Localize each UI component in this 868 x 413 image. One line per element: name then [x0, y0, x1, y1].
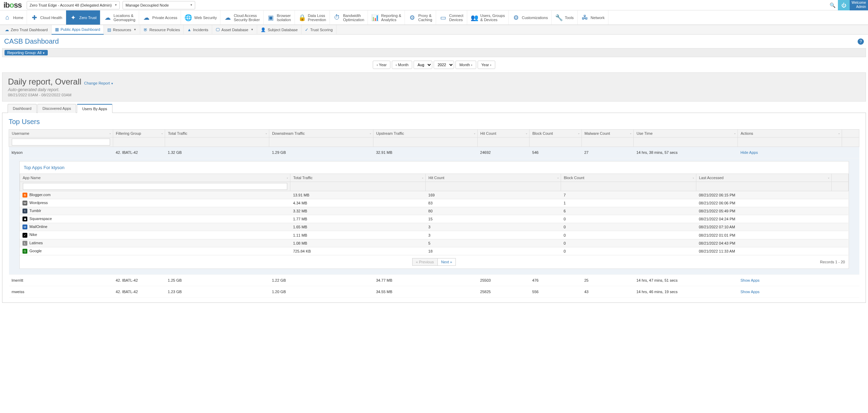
- account-dropdown[interactable]: Zero Trust Edge - Account 48 (Delegated …: [27, 1, 120, 9]
- users-col-spacer: [842, 130, 859, 138]
- sort-icon[interactable]: ⌄: [265, 132, 268, 135]
- mainnav-item[interactable]: ✦Zero Trust: [66, 10, 100, 25]
- prev-month-button[interactable]: ‹ Month: [392, 61, 412, 69]
- year-select[interactable]: 2022: [434, 61, 454, 69]
- mainnav-item[interactable]: 👥Users, Groups& Devices: [467, 10, 509, 25]
- mainnav-item[interactable]: 🔒Data LossPrevention: [295, 10, 330, 25]
- users-col-header[interactable]: Username⌄: [9, 130, 113, 138]
- mainnav-item[interactable]: ▭ConnectDevices: [436, 10, 467, 25]
- next-month-button[interactable]: Month ›: [455, 61, 476, 69]
- sort-icon[interactable]: ⌄: [578, 132, 580, 135]
- mainnav-item[interactable]: ⚙Customizations: [509, 10, 552, 25]
- change-report-link[interactable]: Change Report: [84, 81, 114, 85]
- users-col-header[interactable]: Block Count⌄: [530, 130, 581, 138]
- sort-icon[interactable]: ⌄: [161, 132, 163, 135]
- app-name: Latimes: [29, 241, 43, 245]
- sort-icon[interactable]: ⌄: [692, 176, 695, 179]
- sort-icon[interactable]: ⌄: [422, 176, 424, 179]
- next-page-button[interactable]: Next »: [438, 258, 456, 266]
- sort-icon[interactable]: ⌄: [630, 132, 632, 135]
- toggle-apps-link[interactable]: Show Apps: [740, 290, 759, 294]
- app-row: ✓Nike 1.11 MB 3 0 08/21/2022 01:01 PM: [20, 231, 848, 239]
- sort-icon[interactable]: ⌄: [838, 132, 840, 135]
- tab[interactable]: Users By Apps: [77, 104, 112, 113]
- app-tt: 3.32 MB: [290, 207, 426, 215]
- sort-icon[interactable]: ⌄: [109, 132, 111, 135]
- node-dropdown[interactable]: Manage Decoupled Node: [123, 1, 195, 9]
- users-col-header[interactable]: Filtering Group⌄: [113, 130, 165, 138]
- tab[interactable]: Dashboard: [8, 104, 37, 113]
- apps-col-header[interactable]: Total Traffic⌄: [290, 174, 426, 182]
- appname-filter-input[interactable]: [23, 183, 288, 190]
- subnav-item[interactable]: 👤Subject Database: [257, 25, 301, 35]
- prev-year-button[interactable]: ‹ Year: [373, 61, 390, 69]
- subnav-item[interactable]: ▲Incidents: [184, 25, 212, 35]
- subnav-item[interactable]: ▤Resources▼: [104, 25, 140, 35]
- subnav-item[interactable]: ☁Zero Trust Dashboard: [1, 25, 52, 35]
- mainnav-item[interactable]: ⚙Proxy &Caching: [405, 10, 436, 25]
- mainnav-item[interactable]: ☁Cloud AccessSecurity Broker: [220, 10, 263, 25]
- sort-icon[interactable]: ⌄: [473, 132, 476, 135]
- next-year-button[interactable]: Year ›: [478, 61, 495, 69]
- help-icon[interactable]: ?: [858, 38, 864, 45]
- nav-icon: ✚: [30, 14, 38, 21]
- app-name: Blogger.com: [29, 193, 51, 197]
- app-tt: 4.34 MB: [290, 199, 426, 207]
- toggle-apps-link[interactable]: Hide Apps: [740, 150, 758, 155]
- app-name: Tumblr: [29, 209, 41, 213]
- mainnav-item[interactable]: ☁Private Access: [139, 10, 181, 25]
- users-col-header[interactable]: Malware Count⌄: [581, 130, 633, 138]
- apps-col-header[interactable]: Block Count⌄: [561, 174, 696, 182]
- mainnav-item[interactable]: ⏱BandwidthOptimization: [330, 10, 368, 25]
- app-bc: 0: [561, 231, 696, 239]
- mainnav-item[interactable]: 🔧Tools: [552, 10, 578, 25]
- subnav-item[interactable]: ✓Trust Scoring: [301, 25, 336, 35]
- nav-icon: ⚙: [512, 14, 520, 21]
- apps-col-header[interactable]: Hit Count⌄: [426, 174, 561, 182]
- app-hc: 5: [426, 239, 561, 247]
- search-icon[interactable]: 🔍: [828, 0, 838, 10]
- app-icon: G: [22, 249, 27, 254]
- welcome-badge[interactable]: Welcome Admin: [850, 0, 868, 10]
- month-select[interactable]: Aug: [414, 61, 432, 69]
- users-col-header[interactable]: Use Time⌄: [634, 130, 738, 138]
- sort-icon[interactable]: ⌄: [286, 176, 289, 179]
- cell-bc: 546: [530, 147, 581, 158]
- mainnav-item[interactable]: 🌐Web Security: [181, 10, 220, 25]
- apps-col-header[interactable]: App Name⌄: [20, 174, 290, 182]
- power-icon[interactable]: ⏻: [838, 0, 850, 10]
- sort-icon[interactable]: ⌄: [828, 176, 830, 179]
- page-title: CASB Dashboard: [4, 37, 59, 45]
- mainnav-item[interactable]: ▣BrowserIsolation: [264, 10, 295, 25]
- subnav-item[interactable]: ⛨Resource Policies: [140, 25, 184, 35]
- mainnav-item[interactable]: 🖧Network: [578, 10, 608, 25]
- users-col-header[interactable]: Upstream Traffic⌄: [373, 130, 478, 138]
- mainnav-item[interactable]: ☁Locations &Geomapping: [100, 10, 139, 25]
- sort-icon[interactable]: ⌄: [734, 132, 736, 135]
- username-filter-input[interactable]: [12, 139, 110, 146]
- subnav-item[interactable]: ▦Public Apps Dashboard: [52, 25, 104, 35]
- users-col-header[interactable]: Total Traffic⌄: [165, 130, 269, 138]
- toggle-apps-link[interactable]: Show Apps: [740, 278, 759, 282]
- app-hc: 80: [426, 207, 561, 215]
- sort-icon[interactable]: ⌄: [525, 132, 528, 135]
- users-col-header[interactable]: Actions⌄: [738, 130, 842, 138]
- sort-icon[interactable]: ⌄: [369, 132, 372, 135]
- top-apps-table: App Name⌄Total Traffic⌄Hit Count⌄Block C…: [20, 174, 849, 255]
- users-col-header[interactable]: Downstream Traffic⌄: [269, 130, 373, 138]
- cell-use: 14 hrs, 46 mins, 19 secs: [634, 286, 738, 297]
- subnav-item[interactable]: 🖵Asset Database▼: [212, 25, 257, 35]
- apps-col-header[interactable]: Last Accessed⌄: [696, 174, 831, 182]
- reporting-group-chip[interactable]: Reporting Group: All: [4, 50, 48, 55]
- mainnav-item[interactable]: 📊Reporting &Analytics: [368, 10, 405, 25]
- tab[interactable]: Discovered Apps: [37, 104, 76, 113]
- users-col-header[interactable]: Hit Count⌄: [477, 130, 529, 138]
- nav-icon: ☁: [104, 14, 111, 21]
- mainnav-item[interactable]: ✚Cloud Health: [27, 10, 66, 25]
- user-row: lmerritt 42. IBATL-42 1.25 GB 1.22 GB 34…: [9, 274, 859, 286]
- mainnav-item[interactable]: ⌂Home: [0, 10, 27, 25]
- sort-icon[interactable]: ⌄: [557, 176, 559, 179]
- app-row: GGoogle 725.84 KB 18 0 08/21/2022 11:33 …: [20, 247, 848, 255]
- cell-hc: 24692: [477, 147, 529, 158]
- subnav-icon: 👤: [261, 27, 266, 32]
